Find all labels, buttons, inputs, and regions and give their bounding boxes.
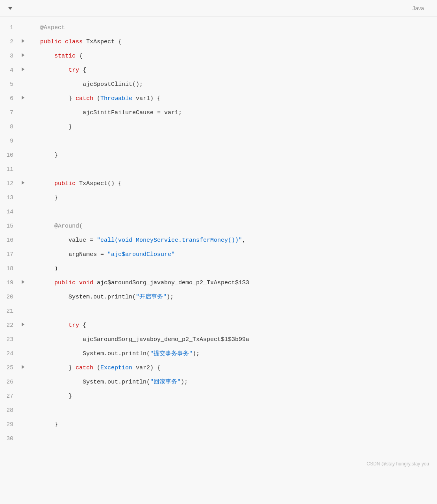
code-line: 19 public void ajc$around$org_javaboy_de…	[0, 276, 437, 290]
code-token: public	[54, 280, 79, 286]
line-number: 15	[0, 220, 20, 233]
code-line: 21	[0, 304, 437, 319]
code-token: );	[193, 350, 200, 357]
code-token: }	[54, 421, 58, 428]
code-line: 3 static {	[0, 49, 437, 63]
fold-arrow[interactable]	[20, 362, 26, 369]
code-line: 26 System.out.println("回滚事务");	[0, 375, 437, 389]
vertical-divider	[429, 5, 429, 12]
code-token: System.out.println(	[83, 379, 150, 385]
line-number: 27	[0, 390, 20, 403]
code-content: public TxAspect() {	[26, 178, 437, 190]
fold-arrow-icon	[22, 280, 24, 284]
code-token: (	[93, 365, 100, 371]
code-token: "call(void MoneyService.transferMoney())…	[97, 237, 242, 244]
code-token: }	[69, 365, 76, 371]
code-content: ajc$initFailureCause = var1;	[26, 107, 437, 119]
line-number: 9	[0, 135, 20, 148]
code-content: } catch (Throwable var1) {	[26, 93, 437, 105]
code-line: 4 try {	[0, 63, 437, 78]
line-number: 23	[0, 334, 20, 346]
header-left	[8, 7, 13, 10]
code-token: ,	[242, 237, 246, 244]
code-token: TxAspect() {	[79, 180, 122, 187]
line-number: 8	[0, 121, 20, 133]
line-number: 14	[0, 206, 20, 219]
code-token: public	[40, 39, 65, 45]
line-number: 4	[0, 64, 20, 77]
fold-arrow[interactable]	[20, 319, 26, 326]
editor-header: Java	[0, 0, 437, 17]
code-content: @Aspect	[26, 22, 437, 34]
code-token: {	[76, 53, 83, 59]
line-number: 12	[0, 178, 20, 190]
code-line: 5 ajc$postClinit();	[0, 78, 437, 92]
code-token: "ajc$aroundClosure"	[107, 251, 175, 258]
code-line: 25 } catch (Exception var2) {	[0, 361, 437, 375]
line-number: 29	[0, 419, 20, 431]
code-content: }	[26, 419, 437, 431]
code-container: 1 @Aspect2 public class TxAspect {3 stat…	[0, 17, 437, 450]
dropdown-arrow-icon[interactable]	[8, 7, 13, 10]
code-line: 12 public TxAspect() {	[0, 177, 437, 191]
code-line: 14	[0, 205, 437, 219]
code-content: value = "call(void MoneyService.transfer…	[26, 234, 437, 247]
code-line: 20 System.out.println("开启事务");	[0, 290, 437, 304]
header-right: Java	[412, 5, 429, 12]
line-number: 17	[0, 248, 20, 261]
code-line: 7 ajc$initFailureCause = var1;	[0, 106, 437, 120]
code-token: "开启事务"	[136, 294, 167, 300]
code-token: ajc$initFailureCause = var1;	[83, 109, 182, 116]
fold-arrow[interactable]	[20, 178, 26, 185]
code-token: "回滚事务"	[150, 379, 181, 385]
line-number: 5	[0, 78, 20, 91]
fold-arrow[interactable]	[20, 50, 26, 57]
fold-arrow-icon	[22, 181, 24, 185]
code-content: argNames = "ajc$aroundClosure"	[26, 248, 437, 261]
code-content: try {	[26, 319, 437, 332]
fold-arrow-icon	[22, 322, 24, 326]
line-number: 6	[0, 93, 20, 105]
code-content: public void ajc$around$org_javaboy_demo_…	[26, 277, 437, 289]
line-number: 1	[0, 22, 20, 34]
code-content: }	[26, 149, 437, 162]
line-number: 13	[0, 192, 20, 204]
fold-arrow-icon	[22, 53, 24, 57]
line-number: 25	[0, 362, 20, 374]
code-token: Exception	[100, 365, 132, 371]
code-token: void	[79, 280, 97, 286]
code-token: }	[69, 393, 72, 400]
code-token: );	[181, 379, 188, 385]
fold-arrow[interactable]	[20, 64, 26, 71]
line-number: 20	[0, 291, 20, 304]
code-content: }	[26, 192, 437, 204]
line-number: 18	[0, 263, 20, 275]
fold-arrow[interactable]	[20, 36, 26, 43]
watermark: CSDN @stay hungry,stay you	[0, 458, 437, 470]
code-token: {	[79, 322, 86, 329]
code-line: 22 try {	[0, 319, 437, 333]
line-number: 21	[0, 305, 20, 318]
fold-arrow[interactable]	[20, 277, 26, 284]
line-number: 7	[0, 107, 20, 119]
line-number: 26	[0, 376, 20, 389]
code-line: 23 ajc$around$org_javaboy_demo_p2_TxAspe…	[0, 333, 437, 347]
line-number: 16	[0, 234, 20, 247]
code-content: static {	[26, 50, 437, 63]
code-line: 6 } catch (Throwable var1) {	[0, 92, 437, 106]
code-line: 24 System.out.println("提交事务事务");	[0, 347, 437, 361]
code-line: 8 }	[0, 120, 437, 134]
code-content: try {	[26, 64, 437, 77]
line-number: 11	[0, 163, 20, 176]
code-content: public class TxAspect {	[26, 36, 437, 48]
code-line: 10 }	[0, 148, 437, 163]
code-line: 17 argNames = "ajc$aroundClosure"	[0, 248, 437, 262]
code-token: @Aspect	[40, 24, 65, 31]
code-content: ajc$postClinit();	[26, 78, 437, 91]
code-line: 15 @Around(	[0, 219, 437, 233]
code-token: }	[69, 95, 76, 102]
line-number: 19	[0, 277, 20, 289]
code-content: System.out.println("提交事务事务");	[26, 348, 437, 360]
fold-arrow[interactable]	[20, 93, 26, 100]
code-token: }	[54, 195, 58, 201]
